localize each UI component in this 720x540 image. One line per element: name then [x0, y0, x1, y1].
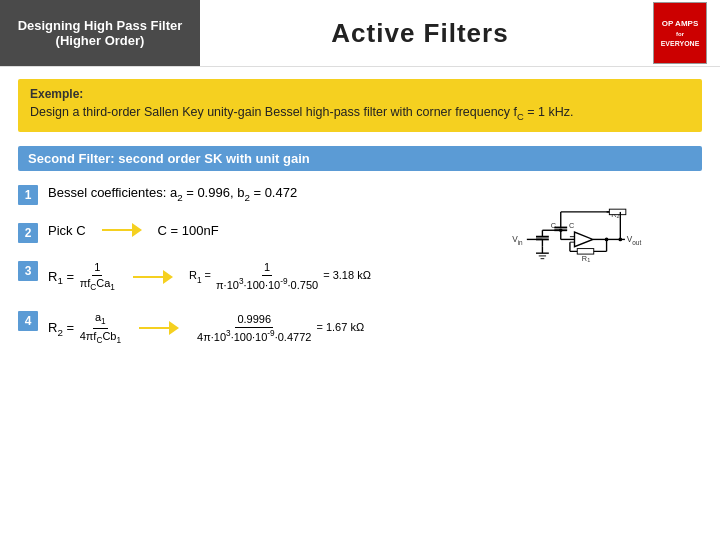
book-cover-top: OP AMPS for EVERYONE	[657, 14, 703, 50]
step-1: 1 Bessel coefficientes: a2 = 0.996, b2 =…	[18, 185, 492, 205]
step-2-number: 2	[18, 223, 38, 243]
step-1-number: 1	[18, 185, 38, 205]
step-3-number: 3	[18, 261, 38, 281]
main-content: Exemple: Design a third-order Sallen Key…	[0, 67, 720, 376]
example-text: Design a third-order Sallen Key unity-ga…	[30, 103, 690, 124]
example-label: Exemple:	[30, 87, 690, 101]
circuit-column: Vin C	[502, 185, 702, 364]
svg-text:C: C	[551, 221, 557, 230]
step-4-arrow	[139, 321, 179, 335]
step-3-arrow	[133, 270, 173, 284]
svg-rect-37	[577, 248, 594, 254]
step-4-formula-right: 0.9996 4π·103·100·10-9·0.4772 = 1.67 kΩ	[195, 313, 364, 344]
step-2-label: Pick C	[48, 223, 86, 238]
step-2: 2 Pick C C = 100nF	[18, 223, 492, 243]
step-1-content: Bessel coefficientes: a2 = 0.996, b2 = 0…	[48, 185, 492, 203]
step-2-arrow	[102, 223, 142, 237]
svg-text:Vout: Vout	[627, 235, 642, 246]
svg-text:C: C	[569, 221, 575, 230]
step-4-formula-left: R2 = a1 4πfCCb1	[48, 311, 123, 346]
header-center: Active Filters	[200, 0, 640, 66]
header-left-title: Designing High Pass Filter (Higher Order…	[0, 0, 200, 66]
left-title-text: Designing High Pass Filter (Higher Order…	[18, 18, 183, 48]
svg-text:OP AMPS: OP AMPS	[662, 19, 699, 28]
step-3-formula-left: R1 = 1 πfCCa1	[48, 261, 117, 293]
svg-rect-39	[609, 209, 626, 215]
step-3-formula-right: R1 = 1 π·103·100·10-9·0.750 = 3.18 kΩ	[189, 261, 371, 292]
page-title: Active Filters	[331, 18, 508, 49]
step-4: 4 R2 = a1 4πfCCb1	[18, 311, 492, 346]
page-header: Designing High Pass Filter (Higher Order…	[0, 0, 720, 67]
svg-point-41	[619, 237, 623, 241]
circuit-diagram: Vin C	[507, 189, 697, 299]
step-2-result: C = 100nF	[158, 223, 219, 238]
header-right: OP AMPS for EVERYONE	[640, 0, 720, 66]
steps-column: 1 Bessel coefficientes: a2 = 0.996, b2 =…	[18, 185, 492, 364]
example-box: Exemple: Design a third-order Sallen Key…	[18, 79, 702, 132]
step-4-content: R2 = a1 4πfCCb1 0.9996 4π·103·100·10-9·0…	[48, 311, 492, 346]
step-3-content: R1 = 1 πfCCa1 R1 = 1 π·103·100·10-9·0.	[48, 261, 492, 293]
svg-marker-26	[575, 232, 593, 247]
svg-text:Vin: Vin	[512, 235, 523, 246]
step-2-content: Pick C C = 100nF	[48, 223, 492, 238]
step-3: 3 R1 = 1 πfCCa1 R1 =	[18, 261, 492, 293]
section-header: Second Filter: second order SK with unit…	[18, 146, 702, 171]
content-area: 1 Bessel coefficientes: a2 = 0.996, b2 =…	[18, 185, 702, 364]
svg-text:for: for	[676, 31, 685, 37]
svg-text:EVERYONE: EVERYONE	[661, 40, 700, 47]
step-4-number: 4	[18, 311, 38, 331]
book-cover: OP AMPS for EVERYONE	[653, 2, 707, 64]
svg-text:R1: R1	[582, 253, 590, 263]
